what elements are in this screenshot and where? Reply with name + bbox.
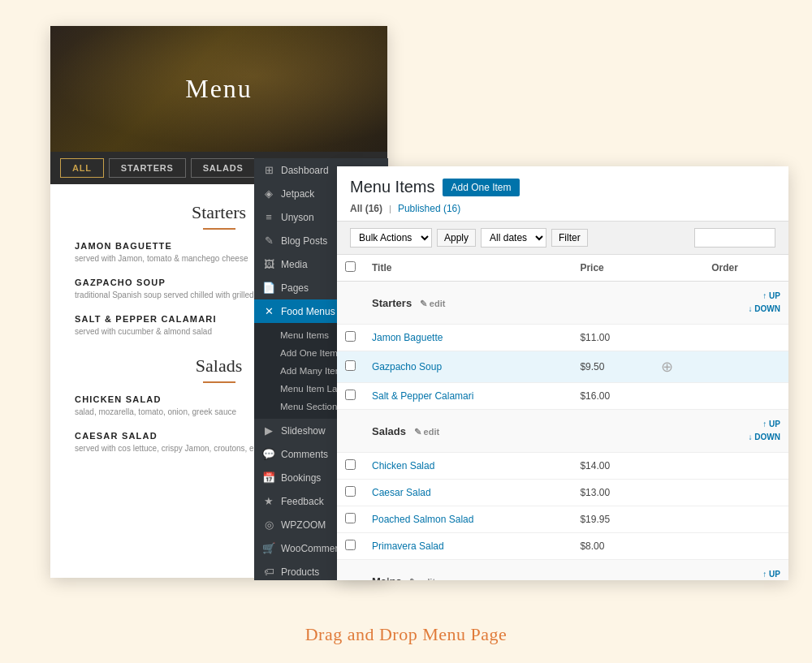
admin-header: Menu Items Add One Item All (16) | Publi… xyxy=(337,166,788,222)
table-wrapper: Title Price Order Starters ✎ edit xyxy=(337,255,788,580)
woocommerce-icon: 🛒 xyxy=(262,542,275,554)
item-price: $8.00 xyxy=(572,533,653,560)
search-input[interactable] xyxy=(694,228,775,248)
item-price: $14.00 xyxy=(572,453,653,480)
section-mains-row: Mains ✎ edit ↑ UP ↓ DOWN xyxy=(337,560,788,581)
admin-title: Menu Items xyxy=(350,178,434,196)
row-checkbox[interactable] xyxy=(345,540,356,550)
table-row: Gazpacho Soup $9.50 ⊕ xyxy=(337,351,788,383)
add-one-item-button[interactable]: Add One Item xyxy=(443,179,519,196)
col-title: Title xyxy=(364,255,572,282)
row-checkbox[interactable] xyxy=(345,486,356,497)
up-arrow[interactable]: ↑ UP xyxy=(711,290,780,303)
table-row: Poached Salmon Salad $19.95 xyxy=(337,506,788,533)
item-caesar-salad[interactable]: Caesar Salad xyxy=(372,487,431,498)
sidebar-label: Feedback xyxy=(281,496,324,507)
tab-starters[interactable]: STARTERS xyxy=(109,158,186,178)
section-name: Salads ✎ edit xyxy=(364,410,572,453)
salads-order: ↑ UP ↓ DOWN xyxy=(703,410,788,453)
row-checkbox[interactable] xyxy=(345,331,356,342)
pages-icon: 📄 xyxy=(262,282,275,294)
col-select-all xyxy=(337,255,364,282)
sidebar-label: Unyson xyxy=(281,212,314,223)
item-jamon-baguette[interactable]: Jamon Baguette xyxy=(372,332,443,343)
slideshow-icon: ▶ xyxy=(262,424,275,437)
wpzoom-icon: ◎ xyxy=(262,519,275,531)
menu-hero: Menu xyxy=(50,26,387,152)
table-row: Primavera Salad $8.00 xyxy=(337,533,788,560)
up-arrow[interactable]: ↑ UP xyxy=(711,418,780,431)
item-price: $9.50 xyxy=(572,351,653,383)
item-price: $11.00 xyxy=(572,325,653,351)
unyson-icon: ≡ xyxy=(262,211,275,223)
products-icon: 🏷 xyxy=(262,566,275,578)
sidebar-label: Pages xyxy=(281,282,309,294)
tab-all[interactable]: ALL xyxy=(60,158,104,178)
admin-panel: Menu Items Add One Item All (16) | Publi… xyxy=(337,166,788,580)
row-checkbox[interactable] xyxy=(345,513,356,523)
item-salt-pepper-calamari[interactable]: Salt & Pepper Calamari xyxy=(372,390,473,402)
col-drag xyxy=(653,255,703,282)
section-starters-divider xyxy=(203,228,235,230)
item-chicken-salad[interactable]: Chicken Salad xyxy=(372,460,434,471)
item-poached-salmon-salad[interactable]: Poached Salmon Salad xyxy=(372,514,473,525)
apply-button[interactable]: Apply xyxy=(437,229,476,247)
starters-order: ↑ UP ↓ DOWN xyxy=(703,282,788,325)
sidebar-label: Slideshow xyxy=(281,425,326,437)
sidebar-label: Jetpack xyxy=(281,188,314,200)
select-all-checkbox[interactable] xyxy=(345,261,356,272)
jetpack-icon: ◈ xyxy=(262,187,275,200)
sidebar-label: Bookings xyxy=(281,472,321,484)
up-arrow[interactable]: ↑ UP xyxy=(711,568,780,580)
sidebar-label: Media xyxy=(281,259,308,270)
section-starters-row: Starters ✎ edit ↑ UP ↓ DOWN xyxy=(337,282,788,325)
row-checkbox[interactable] xyxy=(345,360,356,371)
filter-published[interactable]: Published (16) xyxy=(398,203,460,214)
salads-edit-link[interactable]: ✎ edit xyxy=(414,427,440,437)
filter-button[interactable]: Filter xyxy=(551,229,588,247)
item-price: $13.00 xyxy=(572,480,653,506)
section-salads-row: Salads ✎ edit ↑ UP ↓ DOWN xyxy=(337,410,788,453)
table-row: Chicken Salad $14.00 xyxy=(337,453,788,480)
section-name: Mains ✎ edit xyxy=(364,560,572,581)
down-arrow[interactable]: ↓ DOWN xyxy=(711,303,780,316)
menu-items-table: Title Price Order Starters ✎ edit xyxy=(337,255,788,580)
down-arrow[interactable]: ↓ DOWN xyxy=(711,431,780,444)
mains-edit-link[interactable]: ✎ edit xyxy=(409,577,435,581)
dashboard-icon: ⊞ xyxy=(262,164,275,176)
table-row: Jamon Baguette $11.00 xyxy=(337,325,788,351)
section-name: Starters ✎ edit xyxy=(364,282,572,325)
comments-icon: 💬 xyxy=(262,448,275,460)
item-gazpacho-soup[interactable]: Gazpacho Soup xyxy=(372,361,442,372)
admin-toolbar: Bulk Actions Apply All dates Filter xyxy=(337,222,788,255)
sidebar-label: WPZOOM xyxy=(281,519,326,531)
food-menus-icon: ✕ xyxy=(262,305,275,317)
starters-up-down[interactable]: ↑ UP ↓ DOWN xyxy=(711,290,780,316)
admin-title-row: Menu Items Add One Item xyxy=(350,178,775,196)
page-caption: Drag and Drop Menu Page xyxy=(0,624,812,645)
sidebar-label: Products xyxy=(281,566,319,578)
item-primavera-salad[interactable]: Primavera Salad xyxy=(372,540,444,552)
section-salads-divider xyxy=(203,381,235,383)
mains-order: ↑ UP ↓ DOWN xyxy=(703,560,788,581)
sidebar-label: Comments xyxy=(281,449,328,460)
item-price: $19.95 xyxy=(572,506,653,533)
all-dates-select[interactable]: All dates xyxy=(481,228,546,248)
filter-all[interactable]: All (16) xyxy=(350,203,382,214)
bookings-icon: 📅 xyxy=(262,471,275,484)
salads-up-down[interactable]: ↑ UP ↓ DOWN xyxy=(711,418,780,444)
row-checkbox[interactable] xyxy=(345,390,356,400)
item-price: $16.00 xyxy=(572,383,653,410)
starters-edit-link[interactable]: ✎ edit xyxy=(420,299,446,308)
sidebar-label: Dashboard xyxy=(281,165,329,176)
row-checkbox[interactable] xyxy=(345,459,356,470)
media-icon: 🖼 xyxy=(262,258,275,270)
bulk-actions-select[interactable]: Bulk Actions xyxy=(350,228,432,248)
mains-up-down[interactable]: ↑ UP ↓ DOWN xyxy=(711,568,780,580)
blog-posts-icon: ✎ xyxy=(262,235,275,247)
tab-salads[interactable]: SALADS xyxy=(191,158,256,178)
drag-handle[interactable]: ⊕ xyxy=(661,359,673,375)
menu-hero-title: Menu xyxy=(185,74,253,104)
feedback-icon: ★ xyxy=(262,495,275,507)
admin-filters: All (16) | Published (16) xyxy=(350,203,775,214)
